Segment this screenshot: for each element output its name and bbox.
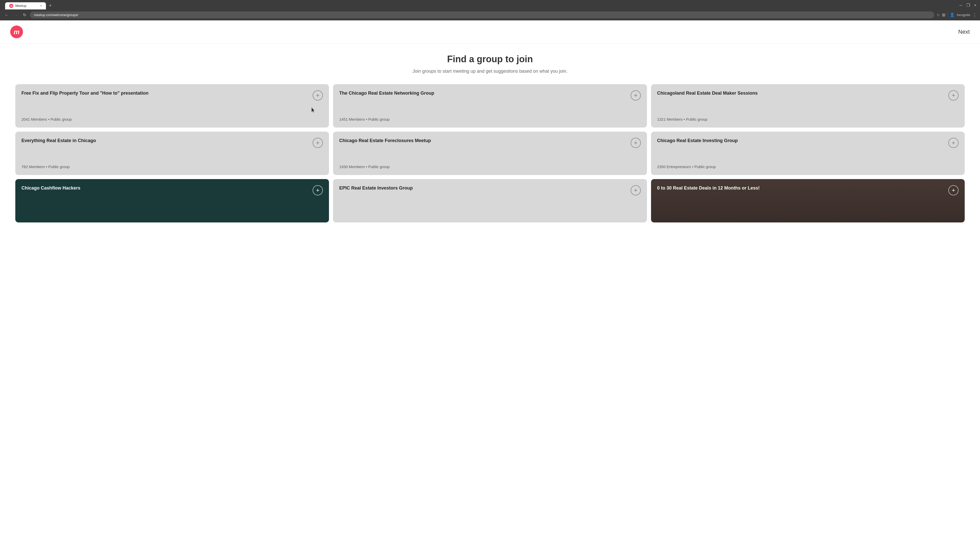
group-card-top: Chicago Cashflow Hackers bbox=[21, 185, 323, 195]
group-name: 0 to 30 Real Estate Deals in 12 Months o… bbox=[657, 185, 760, 191]
group-card[interactable]: Chicagoland Real Estate Deal Maker Sessi… bbox=[651, 84, 965, 127]
group-card[interactable]: Chicago Real Estate Investing Group 2350… bbox=[651, 132, 965, 175]
group-meta: 1321 Members • Public group bbox=[657, 117, 959, 121]
plus-icon bbox=[951, 188, 956, 193]
url-bar[interactable] bbox=[30, 11, 934, 18]
group-card[interactable]: The Chicago Real Estate Networking Group… bbox=[333, 84, 647, 127]
close-window-button[interactable]: × bbox=[973, 2, 978, 8]
plus-icon bbox=[951, 93, 956, 98]
incognito-label: Incognito bbox=[957, 13, 970, 17]
minimize-button[interactable]: ─ bbox=[958, 2, 964, 8]
browser-chrome: m Meetup × + ─ ❐ × ← → ↻ ☆ ⊞ 👤 Incognito… bbox=[0, 0, 980, 21]
group-name: EPIC Real Estate Investors Group bbox=[339, 185, 413, 191]
restore-button[interactable]: ❐ bbox=[965, 2, 972, 8]
page-subtitle: Join groups to start meeting up and get … bbox=[15, 68, 965, 74]
group-meta: 2350 Entrepreneurs • Public group bbox=[657, 165, 959, 169]
group-card-top: 0 to 30 Real Estate Deals in 12 Months o… bbox=[657, 185, 959, 195]
page-title: Find a group to join bbox=[15, 54, 965, 65]
group-name: Chicago Cashflow Hackers bbox=[21, 185, 80, 191]
add-group-button[interactable] bbox=[948, 90, 959, 100]
group-card[interactable]: Chicago Cashflow Hackers bbox=[15, 179, 329, 222]
add-group-button[interactable] bbox=[948, 138, 959, 148]
group-card[interactable]: Free Fix and Flip Property Tour and "How… bbox=[15, 84, 329, 127]
plus-icon bbox=[315, 188, 320, 193]
tab-bar: m Meetup × + ─ ❐ × bbox=[0, 0, 980, 10]
group-meta: 2041 Members • Public group bbox=[21, 117, 323, 121]
bookmark-icon[interactable]: ☆ bbox=[936, 13, 940, 17]
add-group-button[interactable] bbox=[313, 138, 323, 148]
forward-button[interactable]: → bbox=[12, 12, 19, 18]
group-meta: 1930 Members • Public group bbox=[339, 165, 641, 169]
add-group-button[interactable] bbox=[631, 90, 641, 100]
svg-text:m: m bbox=[10, 5, 13, 7]
plus-icon bbox=[315, 140, 320, 145]
add-group-button[interactable] bbox=[313, 185, 323, 195]
plus-icon bbox=[315, 93, 320, 98]
menu-icon[interactable]: ⋮ bbox=[972, 12, 977, 18]
add-group-button[interactable] bbox=[948, 185, 959, 195]
group-name: Everything Real Estate in Chicago bbox=[21, 138, 96, 144]
page-header: m Next bbox=[0, 21, 980, 44]
logo-letter: m bbox=[14, 28, 19, 36]
group-name: Chicago Real Estate Investing Group bbox=[657, 138, 738, 144]
add-group-button[interactable] bbox=[631, 138, 641, 148]
group-name: The Chicago Real Estate Networking Group bbox=[339, 90, 434, 96]
plus-icon bbox=[633, 188, 638, 193]
group-name: Free Fix and Flip Property Tour and "How… bbox=[21, 90, 148, 96]
group-name: Chicagoland Real Estate Deal Maker Sessi… bbox=[657, 90, 758, 96]
group-card-top: EPIC Real Estate Investors Group bbox=[339, 185, 641, 195]
plus-icon bbox=[951, 140, 956, 145]
group-card-top: Everything Real Estate in Chicago bbox=[21, 138, 323, 148]
group-card[interactable]: Chicago Real Estate Foreclosures Meetup … bbox=[333, 132, 647, 175]
groups-grid: Free Fix and Flip Property Tour and "How… bbox=[15, 84, 965, 222]
refresh-button[interactable]: ↻ bbox=[21, 11, 28, 18]
browser-toolbar: ← → ↻ ☆ ⊞ 👤 Incognito ⋮ bbox=[0, 10, 980, 21]
group-card[interactable]: 0 to 30 Real Estate Deals in 12 Months o… bbox=[651, 179, 965, 222]
extensions-icon[interactable]: ⊞ bbox=[942, 13, 945, 17]
plus-icon bbox=[633, 93, 638, 98]
group-card-top: Chicagoland Real Estate Deal Maker Sessi… bbox=[657, 90, 959, 100]
meetup-logo[interactable]: m bbox=[10, 25, 23, 38]
tab-title: Meetup bbox=[15, 4, 26, 8]
back-button[interactable]: ← bbox=[3, 12, 10, 18]
meetup-favicon-icon: m bbox=[9, 4, 13, 8]
add-group-button[interactable] bbox=[631, 185, 641, 195]
group-card-top: The Chicago Real Estate Networking Group bbox=[339, 90, 641, 100]
logo-circle: m bbox=[10, 25, 23, 38]
group-meta: 782 Members • Public group bbox=[21, 165, 323, 169]
new-tab-button[interactable]: + bbox=[47, 2, 54, 10]
group-card-top: Chicago Real Estate Investing Group bbox=[657, 138, 959, 148]
group-card[interactable]: Everything Real Estate in Chicago 782 Me… bbox=[15, 132, 329, 175]
cursor-indicator bbox=[312, 107, 316, 114]
plus-icon bbox=[633, 140, 638, 145]
main-content: Find a group to join Join groups to star… bbox=[0, 44, 980, 233]
tab-close-button[interactable]: × bbox=[40, 4, 42, 8]
profile-icon[interactable]: 👤 bbox=[950, 13, 955, 17]
active-tab[interactable]: m Meetup × bbox=[5, 2, 46, 10]
group-card[interactable]: EPIC Real Estate Investors Group bbox=[333, 179, 647, 222]
divider bbox=[947, 13, 948, 17]
add-group-button[interactable] bbox=[313, 90, 323, 100]
next-button[interactable]: Next bbox=[958, 29, 970, 35]
group-name: Chicago Real Estate Foreclosures Meetup bbox=[339, 138, 431, 144]
group-card-top: Chicago Real Estate Foreclosures Meetup bbox=[339, 138, 641, 148]
group-meta: 1451 Members • Public group bbox=[339, 117, 641, 121]
group-card-top: Free Fix and Flip Property Tour and "How… bbox=[21, 90, 323, 100]
